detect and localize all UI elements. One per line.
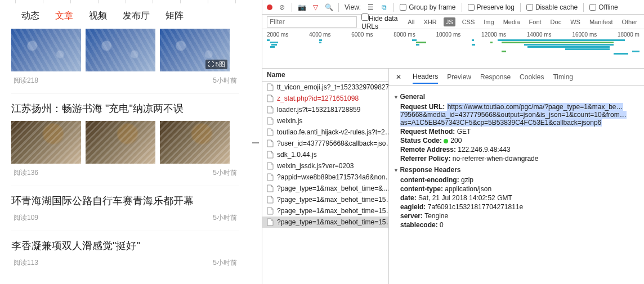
camera-icon[interactable]: 📷 — [298, 3, 306, 11]
filter-icon[interactable]: ▽ — [311, 3, 319, 11]
disable-cache-checkbox[interactable]: Disable cache — [526, 3, 578, 11]
time-label: 5小时前 — [213, 213, 237, 223]
detail-tab-preview[interactable]: Preview — [447, 71, 471, 83]
preserve-log-checkbox[interactable]: Preserve log — [468, 3, 515, 11]
type-all[interactable]: All — [405, 17, 417, 26]
time-label: 5小时前 — [213, 258, 237, 268]
time-tick: 6000 ms — [351, 31, 373, 38]
time-tick: 4000 ms — [309, 31, 330, 38]
request-item[interactable]: ?page_type=1&max_behot_time=15… — [262, 217, 388, 228]
type-font[interactable]: Font — [527, 17, 544, 26]
thumbnail[interactable]: ⛶ 5图 — [160, 29, 230, 71]
offline-checkbox[interactable]: Offline — [589, 3, 618, 11]
request-detail: ✕ Headers Preview Response Cookies Timin… — [389, 69, 644, 284]
request-item[interactable]: toutiao.fe.anti_hijack-v2-rules.js?t=2… — [262, 127, 388, 138]
list-view-icon[interactable]: ☰ — [366, 3, 374, 11]
time-tick: 14000 ms — [527, 31, 552, 38]
tab-dynamic[interactable]: 动态 — [21, 10, 39, 22]
thumbnail[interactable] — [11, 121, 81, 164]
response-header-key: date: — [400, 194, 417, 202]
request-url-key: Request URL: — [400, 103, 445, 111]
devtools-panel: ⊘ 📷 ▽ 🔍 View: ☰ ⧉ Group by frame Preserv… — [262, 0, 644, 284]
article-title: 李香凝兼项双人滑感觉"挺好" — [11, 239, 239, 253]
request-method-key: Request Method: — [400, 128, 455, 136]
thumbnail[interactable] — [11, 29, 81, 71]
thumbnail[interactable] — [86, 121, 155, 164]
referrer-policy-value: no-referrer-when-downgrade — [453, 155, 539, 163]
image-count-badge: ⛶ 5图 — [205, 60, 227, 69]
network-body: Name tt_vicon_emoji.js?_t=1523329709827z… — [262, 69, 644, 284]
time-tick: 16000 ms — [572, 31, 597, 38]
time-tick: 2000 ms — [267, 31, 288, 38]
view-label: View: — [345, 3, 361, 11]
tab-article[interactable]: 文章 — [55, 10, 73, 22]
close-detail-button[interactable]: ✕ — [393, 73, 404, 81]
request-item[interactable]: z_stat.php?id=1271651098 — [262, 93, 388, 104]
type-img[interactable]: Img — [481, 17, 496, 26]
thumbnail[interactable] — [86, 29, 155, 71]
status-code-value: 200 — [444, 137, 462, 145]
type-media[interactable]: Media — [501, 17, 522, 26]
network-toolbar: ⊘ 📷 ▽ 🔍 View: ☰ ⧉ Group by frame Preserv… — [262, 0, 644, 15]
remote-address-value: 122.246.9.48:443 — [458, 146, 510, 154]
ruler-top — [0, 0, 251, 4]
request-item[interactable]: sdk_1.0.44.js — [262, 149, 388, 160]
response-header-key: stablecode: — [400, 221, 438, 229]
hide-data-urls-checkbox[interactable]: Hide data URLs — [361, 13, 401, 30]
waterfall-overview[interactable]: 2000 ms 4000 ms 6000 ms 8000 ms 10000 ms… — [262, 29, 644, 69]
request-item[interactable]: ?page_type=1&max_behot_time=&… — [262, 183, 388, 194]
detail-tab-cookies[interactable]: Cookies — [520, 71, 544, 83]
request-item[interactable]: tt_vicon_emoji.js?_t=1523329709827 — [262, 82, 388, 93]
response-header-value: gzip — [461, 176, 473, 184]
article-item[interactable]: 江苏扬州：畅游书海 "充电"纳凉两不误 阅读136 5小时前 — [11, 93, 239, 178]
article-item[interactable]: 环青海湖国际公路自行车赛青海乐都开幕 阅读109 5小时前 — [11, 186, 239, 223]
response-header-key: content-encoding: — [400, 176, 459, 184]
filter-row: Hide data URLs All XHR JS CSS Img Media … — [262, 15, 644, 29]
tab-video[interactable]: 视频 — [89, 10, 107, 22]
type-js[interactable]: JS — [444, 17, 455, 26]
webpage-pane: 动态 文章 视频 发布厅 矩阵 ⛶ 5图 阅读218 5小时前 江苏扬州：畅游书… — [0, 0, 251, 284]
split-handle[interactable]: || — [251, 0, 262, 284]
response-headers-section-header[interactable]: Response Headers — [393, 166, 638, 174]
thumb-row: ⛶ 5图 — [11, 29, 239, 71]
time-label: 5小时前 — [213, 168, 237, 178]
waterfall-view-icon[interactable]: ⧉ — [380, 3, 388, 11]
record-icon[interactable] — [267, 4, 272, 10]
article-item[interactable]: 李香凝兼项双人滑感觉"挺好" 阅读113 5小时前 — [11, 231, 239, 268]
detail-tab-timing[interactable]: Timing — [553, 71, 573, 83]
thumbnail[interactable] — [160, 121, 230, 164]
response-header-key: server: — [400, 212, 423, 220]
clear-icon[interactable]: ⊘ — [278, 3, 286, 11]
type-doc[interactable]: Doc — [548, 17, 564, 26]
type-other[interactable]: Other — [619, 17, 639, 26]
request-item[interactable]: ?page_type=1&max_behot_time=15… — [262, 194, 388, 205]
detail-tab-response[interactable]: Response — [480, 71, 511, 83]
article-title: 江苏扬州：畅游书海 "充电"纳凉两不误 — [11, 102, 239, 115]
response-header-value: application/json — [445, 185, 491, 193]
filter-input[interactable] — [267, 16, 357, 28]
tab-publish[interactable]: 发布厅 — [123, 10, 150, 22]
type-css[interactable]: CSS — [460, 17, 477, 26]
type-ws[interactable]: WS — [568, 17, 583, 26]
request-item[interactable]: weixin.js — [262, 115, 388, 127]
request-item[interactable]: loader.js?t=1532181728859 — [262, 104, 388, 115]
time-tick: 12000 ms — [481, 31, 506, 38]
search-icon[interactable]: 🔍 — [325, 3, 333, 11]
request-item[interactable]: weixin_jssdk.js?ver=0203 — [262, 160, 388, 172]
request-item[interactable]: ?page_type=1&max_behot_time=15… — [262, 205, 388, 217]
status-code-key: Status Code: — [400, 137, 442, 145]
content-area: 动态 文章 视频 发布厅 矩阵 ⛶ 5图 阅读218 5小时前 江苏扬州：畅游书… — [0, 4, 251, 268]
detail-tab-headers[interactable]: Headers — [413, 70, 438, 84]
request-method-value: GET — [457, 128, 471, 136]
group-by-frame-checkbox[interactable]: Group by frame — [400, 3, 455, 11]
request-item[interactable]: ?user_id=4377795668&callback=jso… — [262, 138, 388, 149]
type-xhr[interactable]: XHR — [422, 17, 439, 26]
request-list: Name tt_vicon_emoji.js?_t=1523329709827z… — [262, 69, 389, 284]
tab-matrix[interactable]: 矩阵 — [166, 10, 184, 22]
time-tick: 18000 m — [618, 31, 639, 38]
type-manifest[interactable]: Manifest — [587, 17, 615, 26]
general-section-header[interactable]: General — [393, 93, 638, 101]
request-item[interactable]: ?appid=wxe8b89be1715734a6&non… — [262, 172, 388, 183]
response-header-value: 7af6091c15321817704271811e — [428, 203, 524, 211]
name-column-header[interactable]: Name — [262, 69, 388, 82]
